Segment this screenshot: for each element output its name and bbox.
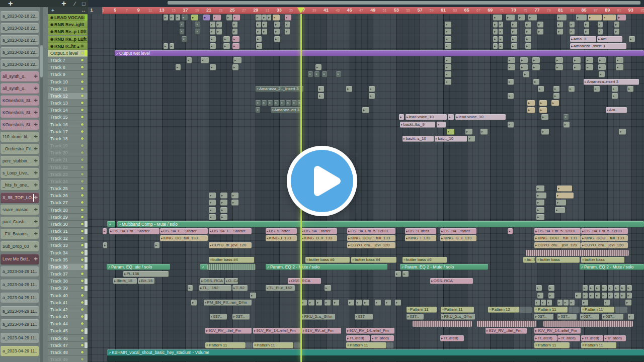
- clip[interactable]: ≡Pattern 11: [441, 307, 474, 313]
- clip[interactable]: ▸: [551, 100, 559, 106]
- clip[interactable]: ▸: [532, 64, 540, 70]
- clip[interactable]: ≡Pattern 11: [346, 342, 386, 348]
- clip[interactable]: ▸: [223, 36, 230, 42]
- clip[interactable]: ▸: [595, 285, 600, 291]
- clip[interactable]: ▸TL_R..c_152: [266, 285, 295, 291]
- clip[interactable]: ▸: [602, 285, 607, 291]
- clip[interactable]: ▸Ama..3: [570, 36, 596, 42]
- clip[interactable]: ▸: [210, 64, 216, 70]
- clip[interactable]: ▸Tr..ated): [534, 335, 557, 341]
- track-mute-led[interactable]: [81, 80, 84, 83]
- track-mute-led[interactable]: [81, 123, 84, 126]
- clip[interactable]: ▸: [589, 285, 594, 291]
- automation-clip[interactable]: ↗Param. EQ 2 - Mute / solo: [266, 264, 387, 270]
- track-mute-led[interactable]: [81, 151, 84, 154]
- clip[interactable]: ▸: [619, 129, 626, 135]
- clip[interactable]: ▸: [598, 64, 606, 70]
- clip[interactable]: ▸KING_DOU.._full_133: [534, 235, 581, 241]
- track-row[interactable]: Track 20: [48, 149, 88, 156]
- clip[interactable]: ▸: [468, 136, 475, 142]
- track-row[interactable]: ◉RNB R..ht▲: [48, 43, 88, 50]
- clip[interactable]: ▸: [369, 86, 375, 92]
- clip[interactable]: ▸: [525, 29, 531, 35]
- track-mute-led[interactable]: [81, 223, 84, 225]
- clip[interactable]: ▸: [557, 29, 563, 35]
- track-row[interactable]: Track 43: [48, 313, 88, 320]
- track-row[interactable]: Track 49: [48, 356, 88, 362]
- clip[interactable]: ▸: [536, 207, 544, 213]
- browser-item[interactable]: a_2023-02-18 22..: [1, 11, 39, 22]
- browser-item[interactable]: a_2023-04-29 11..: [1, 293, 39, 303]
- clip[interactable]: ▸: [511, 29, 517, 35]
- track-mute-led[interactable]: [81, 322, 84, 325]
- clip[interactable]: ▸lead voice_10: [455, 114, 506, 120]
- clip[interactable]: [569, 307, 580, 313]
- clip[interactable]: ▸: [256, 36, 262, 42]
- track-mute-led[interactable]: [81, 280, 84, 282]
- clip[interactable]: ▸: [273, 15, 280, 21]
- track-mute-led[interactable]: [81, 337, 84, 339]
- select-rect-icon[interactable]: □: [82, 0, 86, 7]
- clip[interactable]: ▸: [232, 64, 238, 70]
- automation-clip[interactable]: ↗KSHMR_vocal_shout_basic_hey_stadium - V…: [107, 349, 644, 361]
- clip[interactable]: ▸: [448, 114, 454, 120]
- clip[interactable]: ▸: [616, 57, 623, 63]
- clip[interactable]: ▸: [617, 15, 626, 21]
- clip[interactable]: ▸: [445, 43, 451, 49]
- clip[interactable]: ▸037..: [557, 314, 577, 320]
- clip[interactable]: ▸bac.._10: [435, 136, 467, 142]
- track-mute-led[interactable]: [81, 158, 84, 161]
- crosshair-icon[interactable]: ✚: [61, 0, 66, 7]
- clip[interactable]: ▸OSS..RCA: [200, 278, 224, 284]
- track-row[interactable]: Track 13: [48, 100, 88, 107]
- clip[interactable]: ▸: [103, 228, 107, 234]
- browser-item[interactable]: a_2023-04-29 11..: [1, 280, 39, 290]
- clip[interactable]: ▸: [164, 43, 168, 49]
- clip[interactable]: ▸: [536, 186, 544, 192]
- track-row[interactable]: Track 30: [48, 221, 88, 228]
- clip[interactable]: ▸Bir..15: [138, 278, 154, 284]
- clip[interactable]: ▸: [595, 293, 600, 299]
- clip[interactable]: ×: [280, 100, 285, 106]
- horizontal-scrollbar[interactable]: [88, 0, 644, 7]
- clip[interactable]: ▸037..: [407, 314, 424, 320]
- browser-item[interactable]: a_2023-02-18 22..: [1, 23, 39, 34]
- clip[interactable]: ▸: [182, 15, 188, 21]
- track-mute-led[interactable]: [81, 265, 84, 268]
- clip[interactable]: ▸: [445, 64, 451, 70]
- track-mute-led[interactable]: [81, 251, 84, 254]
- track-mute-led[interactable]: [81, 173, 84, 175]
- track-row[interactable]: Track 34: [48, 249, 88, 256]
- browser-item[interactable]: _hits_fx_one..✚: [1, 180, 39, 191]
- clip[interactable]: ▸: [213, 15, 221, 21]
- browser-item[interactable]: perc_stubbin...✚: [1, 156, 39, 166]
- clip[interactable]: ▸: [363, 300, 369, 306]
- automation-clip[interactable]: ↗Param. EQ..ute / solo: [107, 264, 170, 270]
- clip[interactable]: ▸Tr..ated): [581, 335, 603, 341]
- clip[interactable]: ▸: [608, 293, 613, 299]
- track-mute-led[interactable]: [81, 351, 84, 353]
- track-mute-led[interactable]: [81, 116, 84, 118]
- clip[interactable]: ▸: [445, 36, 451, 42]
- clip[interactable]: ≡butter bass #4: [209, 257, 254, 263]
- track-row[interactable]: Track 26: [48, 192, 88, 199]
- track-row[interactable]: Track 39: [48, 285, 88, 292]
- track-mute-led[interactable]: [81, 258, 84, 261]
- automation-clip[interactable]: ↗Multiband Comp - Mute / solo: [117, 221, 644, 227]
- clip[interactable]: ▸: [520, 57, 528, 63]
- clip[interactable]: ▸RKU_5..s_G#m: [301, 314, 335, 320]
- clip[interactable]: ▸: [616, 64, 623, 70]
- clip[interactable]: ▸: [285, 22, 290, 28]
- clip[interactable]: ▸: [541, 129, 549, 135]
- track-mute-led[interactable]: [81, 358, 84, 360]
- clip[interactable]: ▸: [589, 293, 594, 299]
- clip[interactable]: ▸: [209, 193, 216, 199]
- clip[interactable]: ▸: [262, 29, 267, 35]
- clip[interactable]: ▸: [493, 43, 498, 49]
- browser-item[interactable]: Love Me Bett..✚: [1, 254, 39, 264]
- clip[interactable]: ≡Pattern 11: [253, 342, 293, 348]
- clip[interactable]: ▸: [612, 93, 618, 99]
- clip[interactable]: ▸OSS..RCA: [288, 278, 321, 284]
- clip[interactable]: ▸: [493, 22, 498, 28]
- clip[interactable]: ▸: [233, 57, 242, 63]
